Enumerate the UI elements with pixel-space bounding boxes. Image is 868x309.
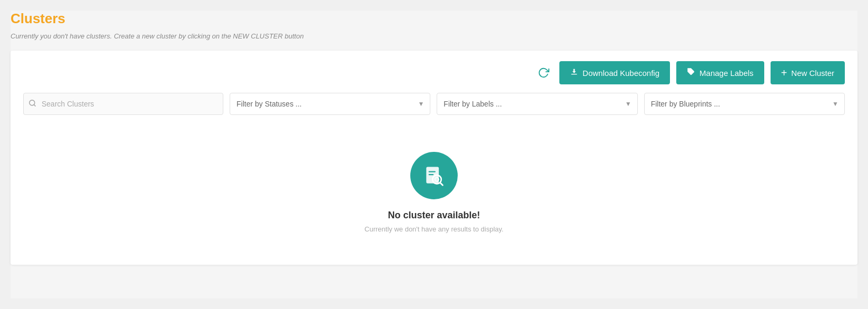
search-input[interactable] (23, 93, 223, 115)
empty-state-subtitle: Currently we don't have any results to d… (364, 225, 504, 233)
empty-state: No cluster available! Currently we don't… (23, 131, 845, 244)
main-card: Download Kubeconfig Manage Labels + New … (11, 51, 857, 265)
filter-blueprints-select[interactable]: Filter by Blueprints ... (644, 93, 845, 115)
download-kubeconfig-button[interactable]: Download Kubeconfig (559, 61, 670, 84)
tag-icon (687, 67, 695, 78)
page-title: Clusters (11, 11, 857, 27)
filters-row: Filter by Statuses ... ▼ Filter by Label… (23, 93, 845, 115)
refresh-icon (538, 67, 549, 79)
search-icon (28, 99, 36, 109)
page-subtitle: Currently you don't have clusters. Creat… (11, 32, 857, 40)
download-kubeconfig-label: Download Kubeconfig (583, 69, 659, 78)
filter-statuses-select[interactable]: Filter by Statuses ... (230, 93, 430, 115)
empty-state-title: No cluster available! (388, 210, 480, 221)
filter-statuses-wrapper: Filter by Statuses ... ▼ (230, 93, 430, 115)
filter-blueprints-wrapper: Filter by Blueprints ... ▼ (644, 93, 845, 115)
no-results-icon (422, 164, 446, 187)
new-cluster-button[interactable]: + New Cluster (771, 61, 845, 84)
search-wrapper (23, 93, 223, 115)
refresh-button[interactable] (534, 63, 553, 82)
toolbar-row: Download Kubeconfig Manage Labels + New … (23, 61, 845, 84)
page-container: Clusters Currently you don't have cluste… (11, 11, 857, 298)
download-icon (570, 67, 578, 78)
filter-labels-wrapper: Filter by Labels ... ▼ (437, 93, 637, 115)
plus-icon: + (781, 67, 787, 79)
filter-labels-select[interactable]: Filter by Labels ... (437, 93, 637, 115)
svg-line-2 (34, 104, 35, 106)
manage-labels-label: Manage Labels (699, 69, 754, 78)
manage-labels-button[interactable]: Manage Labels (676, 61, 764, 84)
empty-icon-circle (410, 152, 458, 199)
svg-line-5 (440, 182, 442, 185)
new-cluster-label: New Cluster (791, 69, 834, 78)
